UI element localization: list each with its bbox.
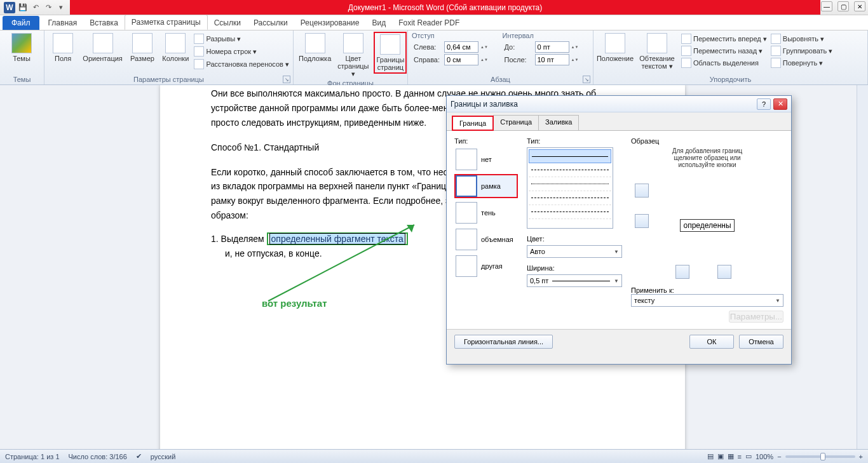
word-app-icon: W xyxy=(4,2,15,13)
line-numbers-button[interactable]: Номера строк ▾ xyxy=(194,46,289,57)
watermark-button[interactable]: Подложка xyxy=(297,32,332,64)
wrap-text-button[interactable]: Обтекание текстом ▾ xyxy=(637,32,677,71)
style-list[interactable] xyxy=(527,147,613,229)
maximize-button[interactable]: ▢ xyxy=(837,1,849,11)
width-combo[interactable]: 0,5 пт▼ xyxy=(527,274,622,287)
tab-home[interactable]: Главная xyxy=(42,16,84,30)
columns-button[interactable]: Колонки xyxy=(161,32,190,64)
zoom-slider[interactable] xyxy=(785,455,855,458)
edge-right-button[interactable] xyxy=(717,265,731,279)
undo-icon[interactable]: ↶ xyxy=(31,3,41,13)
cancel-button[interactable]: Отмена xyxy=(739,335,783,349)
qat-customize-icon[interactable]: ▾ xyxy=(56,3,66,13)
indent-header: Отступ xyxy=(412,32,499,41)
spacing-header: Интервал xyxy=(503,32,590,41)
rotate-button[interactable]: Повернуть ▾ xyxy=(771,57,833,69)
orientation-button[interactable]: Ориентация xyxy=(81,32,123,64)
style-dashdotdot[interactable] xyxy=(529,205,611,219)
view-draft-icon[interactable]: ▭ xyxy=(745,452,752,460)
zoom-value[interactable]: 100% xyxy=(756,453,773,460)
margins-button[interactable]: Поля xyxy=(48,32,78,64)
indent-left[interactable]: Слева:0,64 см▲▼ xyxy=(412,41,499,53)
view-print-layout-icon[interactable]: ▤ xyxy=(707,452,714,460)
box-icon xyxy=(456,175,477,197)
page-setup-launcher[interactable]: ↘ xyxy=(283,76,290,83)
page-color-button[interactable]: Цвет страницы ▾ xyxy=(336,32,370,79)
breaks-button[interactable]: Разрывы ▾ xyxy=(194,33,289,44)
tab-page-layout[interactable]: Разметка страницы xyxy=(125,15,208,30)
minimize-button[interactable]: — xyxy=(821,1,832,11)
selection-pane-button[interactable]: Область выделения xyxy=(681,57,767,69)
page-borders-button[interactable]: Границы страниц xyxy=(374,32,407,74)
style-dashed[interactable] xyxy=(529,163,611,177)
tab-mailings[interactable]: Рассылки xyxy=(247,16,294,30)
align-button[interactable]: Выровнять ▾ xyxy=(771,33,833,44)
redo-icon[interactable]: ↷ xyxy=(43,3,53,13)
group-label-paragraph: Абзац xyxy=(412,75,589,84)
tab-shading[interactable]: Заливка xyxy=(538,115,579,130)
options-button[interactable]: Параметры... xyxy=(729,311,783,323)
horizontal-line-button[interactable]: Горизонтальная линия... xyxy=(454,335,553,349)
dialog-close-button[interactable]: ✕ xyxy=(773,98,787,110)
tab-foxit[interactable]: Foxit Reader PDF xyxy=(392,16,466,30)
type-label: Тип: xyxy=(454,137,518,145)
border-type-custom[interactable]: другая xyxy=(454,254,518,278)
zoom-in-button[interactable]: + xyxy=(859,453,863,460)
border-type-box[interactable]: рамка xyxy=(454,174,518,198)
group-label-arrange: Упорядочить xyxy=(597,75,864,84)
hyphenation-icon xyxy=(194,59,204,69)
style-solid[interactable] xyxy=(529,149,611,163)
border-type-shadow[interactable]: тень xyxy=(454,201,518,225)
vertical-scrollbar[interactable] xyxy=(857,85,868,449)
edge-bottom-button[interactable] xyxy=(635,214,649,228)
spacing-after[interactable]: После:10 пт▲▼ xyxy=(503,53,590,66)
dialog-title: Границы и заливка xyxy=(451,100,518,109)
tab-references[interactable]: Ссылки xyxy=(208,16,247,30)
breaks-icon xyxy=(194,34,204,44)
color-combo[interactable]: Авто▼ xyxy=(527,245,622,258)
view-fullscreen-icon[interactable]: ▣ xyxy=(717,452,724,460)
status-bar: Страница: 1 из 1 Число слов: 3/166 ✔ рус… xyxy=(0,449,868,463)
status-language[interactable]: русский xyxy=(151,453,175,460)
paragraph-launcher[interactable]: ↘ xyxy=(583,76,590,83)
tab-page-border[interactable]: Страница xyxy=(493,115,539,130)
zoom-out-button[interactable]: − xyxy=(777,453,781,460)
close-button[interactable]: ✕ xyxy=(854,1,865,11)
status-page[interactable]: Страница: 1 из 1 xyxy=(5,453,60,460)
help-button[interactable]: ? xyxy=(757,98,771,110)
bring-forward-button[interactable]: Переместить вперед ▾ xyxy=(681,33,767,44)
status-proofing-icon[interactable]: ✔ xyxy=(136,452,142,460)
edge-left-button[interactable] xyxy=(675,265,689,279)
hyphenation-button[interactable]: Расстановка переносов ▾ xyxy=(194,58,289,70)
tab-review[interactable]: Рецензирование xyxy=(294,16,366,30)
indent-right[interactable]: Справа:0 см▲▼ xyxy=(412,53,499,66)
border-type-none[interactable]: нет xyxy=(454,147,518,171)
save-icon[interactable]: 💾 xyxy=(18,3,28,13)
align-icon xyxy=(771,34,781,44)
ok-button[interactable]: ОК xyxy=(689,335,734,349)
group-button[interactable]: Группировать ▾ xyxy=(771,45,833,57)
edge-top-button[interactable] xyxy=(635,184,649,198)
send-backward-button[interactable]: Переместить назад ▾ xyxy=(681,45,767,57)
spacing-before[interactable]: До:0 пт▲▼ xyxy=(503,41,590,53)
line-numbers-icon xyxy=(194,46,204,57)
apply-to-combo[interactable]: тексту▼ xyxy=(631,294,783,307)
wrap-icon xyxy=(647,33,667,53)
themes-button[interactable]: Темы xyxy=(4,32,39,64)
preview-box[interactable]: определенны xyxy=(631,171,783,280)
rotate-icon xyxy=(771,58,781,68)
tab-file[interactable]: Файл xyxy=(3,16,39,30)
columns-icon xyxy=(165,33,186,53)
position-button[interactable]: Положение xyxy=(597,32,633,64)
group-label-page-setup: Параметры страницы xyxy=(48,75,289,84)
status-word-count[interactable]: Число слов: 3/166 xyxy=(69,453,127,460)
tab-insert[interactable]: Вставка xyxy=(83,16,125,30)
view-web-icon[interactable]: ▦ xyxy=(728,452,734,460)
tab-border[interactable]: Граница xyxy=(452,116,494,131)
style-dotted[interactable] xyxy=(529,177,611,191)
style-dashdot[interactable] xyxy=(529,191,611,205)
tab-view[interactable]: Вид xyxy=(365,16,392,30)
view-outline-icon[interactable]: ≡ xyxy=(738,453,742,460)
border-type-3d[interactable]: объемная xyxy=(454,227,518,252)
size-button[interactable]: Размер xyxy=(128,32,157,64)
